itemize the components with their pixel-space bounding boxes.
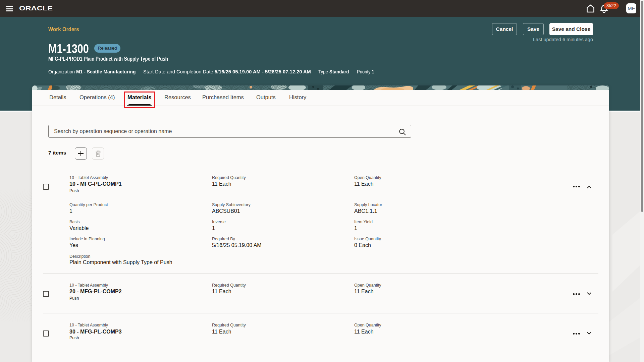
svg-text:ORACLE: ORACLE — [19, 5, 53, 11]
